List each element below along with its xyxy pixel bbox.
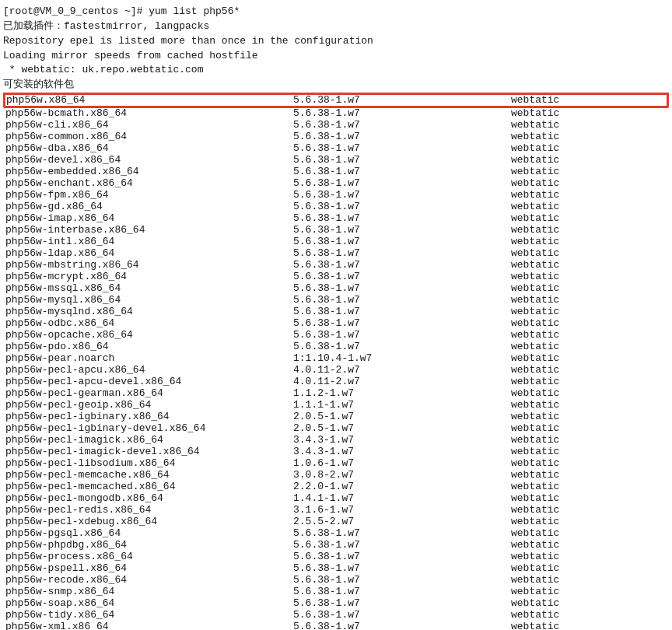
pkg-name: php56w-pecl-memcached.x86_64 — [4, 481, 292, 492]
pkg-repo: webtatic — [509, 201, 668, 212]
pkg-name: php56w-recode.x86_64 — [4, 574, 292, 586]
pkg-version: 5.6.38-1.w7 — [292, 271, 509, 282]
pkg-repo: webtatic — [509, 597, 668, 609]
pkg-version: 5.6.38-1.w7 — [292, 236, 509, 247]
command-line: [root@VM_0_9_centos ~]# yum list php56* — [3, 5, 669, 19]
pkg-version: 1:1.10.4-1.w7 — [292, 352, 509, 364]
package-row: php56w-fpm.x86_64 5.6.38-1.w7 webtatic — [4, 189, 668, 201]
pkg-repo: webtatic — [509, 434, 668, 446]
pkg-version: 5.6.38-1.w7 — [292, 551, 509, 562]
pkg-repo: webtatic — [509, 446, 668, 457]
package-row: php56w-opcache.x86_64 5.6.38-1.w7 webtat… — [4, 329, 668, 341]
pkg-name: php56w-pecl-libsodium.x86_64 — [4, 457, 292, 469]
package-row: php56w-odbc.x86_64 5.6.38-1.w7 webtatic — [4, 317, 668, 329]
package-row: php56w-process.x86_64 5.6.38-1.w7 webtat… — [4, 551, 668, 562]
pkg-version: 5.6.38-1.w7 — [292, 341, 509, 352]
pkg-repo: webtatic — [509, 574, 668, 586]
pkg-repo: webtatic — [509, 586, 668, 597]
pkg-name: php56w-pecl-imagick-devel.x86_64 — [4, 446, 292, 457]
pkg-name: php56w-pecl-xdebug.x86_64 — [4, 516, 292, 527]
pkg-repo: webtatic — [509, 166, 668, 177]
pkg-name: php56w-mcrypt.x86_64 — [4, 271, 292, 282]
package-row: php56w-mysql.x86_64 5.6.38-1.w7 webtatic — [4, 294, 668, 306]
package-row: php56w-xml.x86_64 5.6.38-1.w7 webtatic — [4, 621, 668, 630]
pkg-repo: webtatic — [509, 352, 668, 364]
pkg-repo: webtatic — [509, 282, 668, 294]
terminal-window: [root@VM_0_9_centos ~]# yum list php56* … — [0, 0, 672, 630]
package-row: php56w-pspell.x86_64 5.6.38-1.w7 webtati… — [4, 562, 668, 574]
pkg-name: php56w-embedded.x86_64 — [4, 166, 292, 177]
package-row: php56w-bcmath.x86_64 5.6.38-1.w7 webtati… — [4, 107, 668, 119]
package-row: php56w-pecl-mongodb.x86_64 1.4.1-1.w7 we… — [4, 492, 668, 504]
package-row: php56w-interbase.x86_64 5.6.38-1.w7 webt… — [4, 224, 668, 236]
pkg-repo: webtatic — [509, 399, 668, 411]
pkg-version: 5.6.38-1.w7 — [292, 107, 509, 119]
pkg-name: php56w-bcmath.x86_64 — [4, 107, 292, 119]
pkg-name: php56w-pspell.x86_64 — [4, 562, 292, 574]
pkg-name: php56w-process.x86_64 — [4, 551, 292, 562]
pkg-name: php56w-pecl-geoip.x86_64 — [4, 399, 292, 411]
pkg-name: php56w-mbstring.x86_64 — [4, 259, 292, 271]
pkg-repo: webtatic — [509, 457, 668, 469]
pkg-name: php56w-opcache.x86_64 — [4, 329, 292, 341]
pkg-version: 5.6.38-1.w7 — [292, 294, 509, 306]
pkg-version: 5.6.38-1.w7 — [292, 539, 509, 551]
pkg-repo: webtatic — [509, 516, 668, 527]
package-table: php56w.x86_64 5.6.38-1.w7 webtatic php56… — [3, 93, 669, 630]
package-row: php56w-pdo.x86_64 5.6.38-1.w7 webtatic — [4, 341, 668, 352]
pkg-repo: webtatic — [509, 224, 668, 236]
package-row: php56w-pecl-imagick-devel.x86_64 3.4.3-1… — [4, 446, 668, 457]
package-row: php56w-enchant.x86_64 5.6.38-1.w7 webtat… — [4, 177, 668, 189]
pkg-repo: webtatic — [509, 142, 668, 154]
pkg-version: 3.4.3-1.w7 — [292, 434, 509, 446]
pkg-version: 5.6.38-1.w7 — [292, 527, 509, 539]
pkg-repo: webtatic — [509, 306, 668, 317]
pkg-version: 3.1.6-1.w7 — [292, 504, 509, 516]
pkg-name: php56w-pecl-igbinary-devel.x86_64 — [4, 422, 292, 434]
package-row: php56w-tidy.x86_64 5.6.38-1.w7 webtatic — [4, 609, 668, 621]
pkg-version: 5.6.38-1.w7 — [292, 166, 509, 177]
pkg-name: php56w-gd.x86_64 — [4, 201, 292, 212]
pkg-name: php56w-pecl-memcache.x86_64 — [4, 469, 292, 481]
package-row: php56w-recode.x86_64 5.6.38-1.w7 webtati… — [4, 574, 668, 586]
package-row: php56w-pecl-apcu-devel.x86_64 4.0.11-2.w… — [4, 376, 668, 387]
pkg-name: php56w-common.x86_64 — [4, 131, 292, 142]
pkg-repo: webtatic — [509, 481, 668, 492]
package-row: php56w-dba.x86_64 5.6.38-1.w7 webtatic — [4, 142, 668, 154]
pkg-version: 5.6.38-1.w7 — [292, 597, 509, 609]
pkg-repo: webtatic — [509, 93, 668, 107]
pkg-name: php56w.x86_64 — [4, 93, 292, 107]
package-row: php56w-mssql.x86_64 5.6.38-1.w7 webtatic — [4, 282, 668, 294]
pkg-version: 2.0.5-1.w7 — [292, 411, 509, 422]
pkg-version: 5.6.38-1.w7 — [292, 201, 509, 212]
package-row: php56w-pecl-libsodium.x86_64 1.0.6-1.w7 … — [4, 457, 668, 469]
pkg-version: 5.6.38-1.w7 — [292, 609, 509, 621]
pkg-version: 1.0.6-1.w7 — [292, 457, 509, 469]
pkg-name: php56w-snmp.x86_64 — [4, 586, 292, 597]
pkg-name: php56w-phpdbg.x86_64 — [4, 539, 292, 551]
package-row: php56w-pecl-gearman.x86_64 1.1.2-1.w7 we… — [4, 387, 668, 399]
package-row: php56w-pecl-memcached.x86_64 2.2.0-1.w7 … — [4, 481, 668, 492]
pkg-version: 5.6.38-1.w7 — [292, 142, 509, 154]
package-row: php56w-gd.x86_64 5.6.38-1.w7 webtatic — [4, 201, 668, 212]
pkg-name: php56w-xml.x86_64 — [4, 621, 292, 630]
pkg-repo: webtatic — [509, 504, 668, 516]
pkg-repo: webtatic — [509, 341, 668, 352]
pkg-repo: webtatic — [509, 527, 668, 539]
pkg-version: 5.6.38-1.w7 — [292, 212, 509, 224]
pkg-version: 5.6.38-1.w7 — [292, 177, 509, 189]
package-row: php56w-pear.noarch 1:1.10.4-1.w7 webtati… — [4, 352, 668, 364]
pkg-repo: webtatic — [509, 609, 668, 621]
package-row: php56w-cli.x86_64 5.6.38-1.w7 webtatic — [4, 119, 668, 131]
package-row: php56w-embedded.x86_64 5.6.38-1.w7 webta… — [4, 166, 668, 177]
pkg-version: 5.6.38-1.w7 — [292, 224, 509, 236]
pkg-version: 5.6.38-1.w7 — [292, 282, 509, 294]
pkg-name: php56w-tidy.x86_64 — [4, 609, 292, 621]
package-row: php56w.x86_64 5.6.38-1.w7 webtatic — [4, 93, 668, 107]
pkg-version: 5.6.38-1.w7 — [292, 317, 509, 329]
pkg-repo: webtatic — [509, 212, 668, 224]
package-row: php56w-pecl-imagick.x86_64 3.4.3-1.w7 we… — [4, 434, 668, 446]
pkg-repo: webtatic — [509, 154, 668, 166]
package-row: php56w-snmp.x86_64 5.6.38-1.w7 webtatic — [4, 586, 668, 597]
pkg-version: 5.6.38-1.w7 — [292, 93, 509, 107]
